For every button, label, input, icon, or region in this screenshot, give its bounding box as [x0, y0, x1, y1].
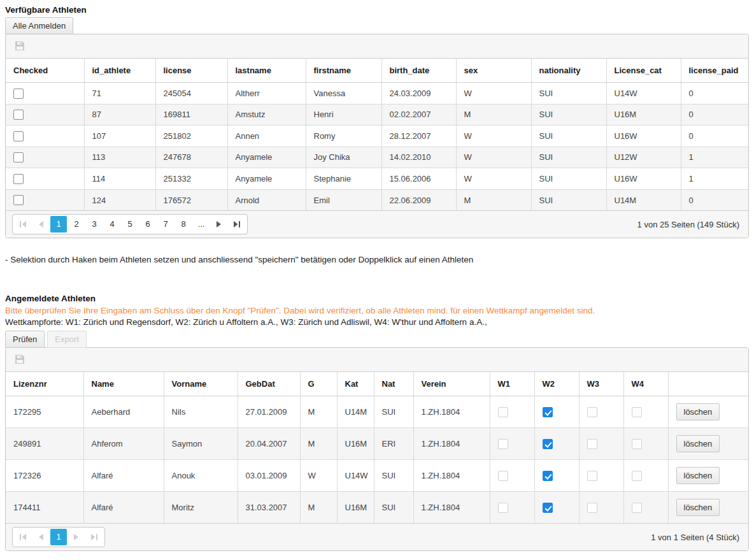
column-header-firstname[interactable]: firstname: [306, 59, 381, 83]
column-header-w3[interactable]: W3: [579, 372, 623, 396]
athlete-row[interactable]: 113 247678 Anyamele Joy Chika 14.02.2010…: [6, 147, 749, 168]
w2-checkbox[interactable]: [543, 439, 553, 449]
pager-page-1[interactable]: 1: [50, 216, 67, 233]
athlete-row[interactable]: 107 251802 Annen Romy 28.12.2007 W SUI U…: [6, 126, 749, 147]
column-header-gebdat[interactable]: GebDat: [238, 372, 300, 396]
cell-g: W: [300, 460, 337, 492]
column-header-kat[interactable]: Kat: [337, 372, 374, 396]
w1-checkbox[interactable]: [498, 407, 508, 417]
save-icon: [15, 41, 739, 51]
cell-birth-date: 15.06.2006: [381, 168, 456, 190]
row-checkbox[interactable]: [13, 131, 24, 141]
cell-firstname: Stephanie: [306, 168, 381, 190]
cell-nat: SUI: [374, 460, 413, 492]
column-header-id-athlete[interactable]: id_athlete: [84, 59, 155, 83]
column-header-nat[interactable]: Nat: [374, 372, 413, 396]
column-header-w2[interactable]: W2: [534, 372, 579, 396]
cell-lastname: Anyamele: [227, 147, 306, 168]
registered-row[interactable]: 172326 Alfaré Anouk 03.01.2009 W U14W SU…: [6, 460, 749, 492]
cell-license: 247678: [155, 147, 227, 168]
column-header-birth-date[interactable]: birth_date: [381, 59, 456, 83]
cell-license: 251802: [155, 126, 227, 147]
w4-checkbox[interactable]: [632, 471, 642, 481]
row-checkbox[interactable]: [13, 89, 24, 99]
register-all-button[interactable]: Alle Anmelden: [5, 17, 73, 34]
w4-checkbox[interactable]: [632, 503, 642, 513]
column-header-lizenznr[interactable]: Lizenznr: [6, 372, 83, 396]
pager-more[interactable]: ...: [193, 216, 210, 233]
delete-button[interactable]: löschen: [676, 435, 720, 452]
w4-checkbox[interactable]: [632, 407, 642, 417]
w2-checkbox[interactable]: [543, 503, 553, 513]
selection-hint-note: - Selektion durch Haken beim Athleten se…: [5, 255, 749, 264]
cell-verein: 1.ZH.1804: [413, 460, 490, 492]
cell-lastname: Altherr: [227, 83, 306, 104]
row-checkbox[interactable]: [13, 110, 24, 120]
pager-page-6[interactable]: 6: [139, 216, 156, 233]
column-header-sex[interactable]: sex: [456, 59, 531, 83]
cell-nationality: SUI: [531, 168, 606, 190]
w1-checkbox[interactable]: [498, 471, 508, 481]
column-header-vorname[interactable]: Vorname: [164, 372, 238, 396]
w3-checkbox[interactable]: [587, 407, 597, 417]
cell-license-cat: U16W: [606, 168, 681, 190]
pager-page-4[interactable]: 4: [104, 216, 120, 233]
cell-kat: U14M: [337, 396, 374, 428]
column-header-license[interactable]: license: [155, 59, 227, 83]
column-header-lastname[interactable]: lastname: [227, 59, 306, 83]
cell-lastname: Anyamele: [227, 168, 306, 190]
athlete-row[interactable]: 71 245054 Altherr Vanessa 24.03.2009 W S…: [6, 83, 749, 104]
cell-sex: W: [456, 126, 531, 147]
w4-checkbox[interactable]: [632, 439, 642, 449]
registered-row[interactable]: 174411 Alfaré Moritz 31.03.2007 M U16M S…: [6, 492, 749, 524]
column-header-w1[interactable]: W1: [490, 372, 534, 396]
venues-line: Wettkampforte: W1: Zürich und Regensdorf…: [5, 317, 749, 327]
delete-button[interactable]: löschen: [676, 403, 720, 420]
w1-checkbox[interactable]: [498, 503, 508, 513]
cell-firstname: Emil: [306, 189, 381, 210]
w3-checkbox[interactable]: [587, 503, 597, 513]
pager-page-2[interactable]: 2: [68, 216, 85, 233]
athlete-row[interactable]: 124 176572 Arnold Emil 22.06.2009 M SUI …: [6, 189, 749, 210]
registered-row[interactable]: 249891 Ahferom Saymon 20.04.2007 M U16M …: [6, 428, 749, 460]
column-header-license-paid[interactable]: license_paid: [681, 59, 749, 83]
pager-info: 1 von 25 Seiten (149 Stück): [637, 220, 742, 229]
pager-next-icon[interactable]: [211, 216, 227, 233]
w1-checkbox[interactable]: [498, 439, 508, 449]
w2-checkbox[interactable]: [543, 407, 553, 417]
pager-page-7[interactable]: 7: [157, 216, 174, 233]
column-header-verein[interactable]: Verein: [413, 372, 490, 396]
column-header-license-cat[interactable]: License_cat: [606, 59, 681, 83]
column-header-g[interactable]: G: [300, 372, 337, 396]
delete-button[interactable]: löschen: [676, 467, 720, 484]
row-checkbox[interactable]: [13, 195, 24, 205]
w3-checkbox[interactable]: [587, 471, 597, 481]
cell-license-paid: 0: [681, 189, 749, 210]
pager: 1: [12, 527, 105, 547]
pager-page-1[interactable]: 1: [50, 529, 67, 545]
w3-checkbox[interactable]: [587, 439, 597, 449]
column-header-name[interactable]: Name: [83, 372, 164, 396]
row-checkbox[interactable]: [13, 174, 24, 184]
row-checkbox[interactable]: [13, 152, 24, 162]
pager-page-5[interactable]: 5: [122, 216, 138, 233]
cell-birth-date: 14.02.2010: [381, 147, 456, 168]
column-header-checked[interactable]: Checked: [6, 59, 84, 83]
delete-button[interactable]: löschen: [676, 499, 720, 516]
column-header-nationality[interactable]: nationality: [531, 59, 606, 83]
athlete-row[interactable]: 87 169811 Amstutz Henri 02.02.2007 M SUI…: [6, 104, 749, 126]
registered-row[interactable]: 172295 Aeberhard Nils 27.01.2009 M U14M …: [6, 396, 749, 428]
pager-page-3[interactable]: 3: [86, 216, 103, 233]
column-header-w4[interactable]: W4: [623, 372, 668, 396]
athlete-row[interactable]: 114 251332 Anyamele Stephanie 15.06.2006…: [6, 168, 749, 190]
check-button[interactable]: Prüfen: [5, 331, 45, 348]
grid-toolbar: [6, 348, 748, 372]
cell-license-paid: 1: [681, 168, 749, 190]
pager-page-8[interactable]: 8: [175, 216, 192, 233]
cell-vorname: Nils: [164, 396, 238, 428]
pager-last-icon[interactable]: [229, 216, 245, 233]
w2-checkbox[interactable]: [543, 471, 553, 481]
cell-name: Alfaré: [83, 492, 164, 524]
cell-kat: U16M: [337, 428, 374, 460]
cell-g: M: [300, 492, 337, 524]
